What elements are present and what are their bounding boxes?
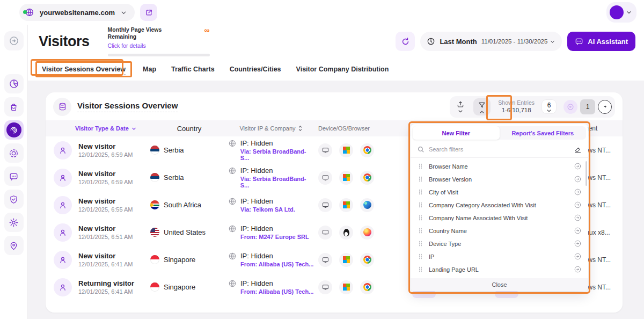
- visitor-avatar-icon: [54, 223, 72, 242]
- chevron-down-icon: [550, 39, 555, 45]
- session-recordings-icon: [9, 148, 19, 158]
- date-range-picker[interactable]: Last Month 11/01/2025 - 11/30/2025: [420, 32, 562, 51]
- quota-details-link[interactable]: Click for details: [108, 42, 146, 49]
- visitor-company-link[interactable]: From: Alibaba (US) Tech...: [240, 261, 313, 267]
- filter-search-input[interactable]: [429, 146, 569, 153]
- filter-item-browser-name[interactable]: Browser Name: [411, 160, 588, 173]
- page-title: Visitors: [39, 33, 90, 50]
- eraser-icon[interactable]: [574, 146, 582, 154]
- sliders-icon: [417, 214, 424, 221]
- sliders-icon: [417, 201, 424, 208]
- export-icon: [456, 100, 465, 109]
- visitor-ip: IP: Hidden: [240, 197, 295, 206]
- website-selector[interactable]: yourwebsitename.com: [19, 4, 135, 21]
- sliders-icon: [417, 189, 424, 195]
- arrow-right-circle-icon: [574, 201, 582, 209]
- sidebar-item-feedback[interactable]: [4, 166, 24, 186]
- sidebar-item-privacy[interactable]: [4, 190, 24, 209]
- period-range: 11/01/2025 - 11/30/2025: [481, 38, 556, 45]
- visitor-ip: IP: Hidden: [240, 224, 309, 234]
- desktop-device-icon: [318, 280, 332, 294]
- visitor-company-link[interactable]: Via: Serbia BroadBand-S...: [240, 148, 314, 161]
- visitor-company-link[interactable]: From: Alibaba (US) Tech...: [240, 288, 313, 295]
- filter-list-scrollbar[interactable]: [586, 161, 587, 186]
- visitor-ip: IP: Hidden: [240, 252, 313, 261]
- desktop-device-icon: [318, 171, 332, 185]
- tab-reports-saved-filters[interactable]: Report's Saved Filters: [500, 126, 587, 140]
- page-header: Visitors Monthly Page Views Remaining ∞ …: [28, 25, 644, 58]
- filter-panel-tabs: New Filter Report's Saved Filters: [413, 126, 586, 140]
- chevron-down-icon: [131, 126, 137, 132]
- page-size-select[interactable]: 6: [542, 100, 556, 113]
- sidebar-item-settings[interactable]: [4, 213, 24, 232]
- tab-new-filter[interactable]: New Filter: [413, 126, 500, 140]
- desktop-device-icon: [318, 253, 332, 267]
- visitor-company-link[interactable]: Via: Telkom SA Ltd.: [240, 206, 295, 213]
- user-menu[interactable]: [606, 2, 636, 23]
- export-button[interactable]: [453, 99, 468, 114]
- visitor-company-link[interactable]: Via: Serbia BroadBand-S...: [240, 176, 314, 189]
- column-visitor-ip-company[interactable]: Visitor IP & Company: [228, 125, 314, 132]
- refresh-button[interactable]: [396, 32, 415, 51]
- windows-os-icon: [339, 143, 353, 157]
- visitor-company-link[interactable]: From: M247 Europe SRL: [240, 234, 309, 240]
- filter-item-city-of-visit[interactable]: City of Visit: [411, 186, 588, 199]
- filter-item-landing-page-url[interactable]: Landing Page URL: [411, 263, 588, 276]
- globe-icon: [228, 197, 237, 206]
- tab-map[interactable]: Map: [143, 66, 156, 73]
- current-page[interactable]: 1: [580, 99, 595, 114]
- visitor-avatar-icon: [54, 141, 72, 160]
- filter-item-ip[interactable]: IP: [411, 250, 588, 263]
- filter-close-button[interactable]: Close: [411, 278, 588, 291]
- sliders-icon: [417, 176, 424, 183]
- filter-list: Browser Name Browser Version City of Vis…: [411, 158, 588, 278]
- arrow-right-circle-icon: [574, 214, 582, 222]
- open-website-button[interactable]: [140, 4, 157, 21]
- database-icon: [53, 98, 71, 116]
- desktop-device-icon: [318, 198, 332, 212]
- tab-visitor-sessions-overview[interactable]: Visitor Sessions Overview: [35, 61, 132, 77]
- filter-item-device-type[interactable]: Device Type: [411, 237, 588, 250]
- arrow-right-circle-icon: [574, 188, 582, 196]
- globe-icon: [228, 224, 237, 233]
- sidebar-item-location[interactable]: [4, 236, 24, 255]
- visitor-type: New visitor: [78, 170, 133, 179]
- sidebar-item-dashboard[interactable]: [4, 74, 24, 93]
- visitor-avatar-icon: [54, 251, 72, 269]
- country-name: South Africa: [164, 201, 201, 209]
- visitor-type: New visitor: [78, 197, 133, 206]
- visitor-type: New visitor: [78, 224, 133, 234]
- column-visitor-type-date[interactable]: Visitor Type & Date: [54, 125, 150, 132]
- filter-item-company-category[interactable]: Company Category Associated With Visit: [411, 199, 588, 212]
- filter-item-company-name[interactable]: Company Name Associated With Visit: [411, 212, 588, 224]
- filter-item-browser-version[interactable]: Browser Version: [411, 173, 588, 186]
- hidden-row-badge: [412, 290, 436, 298]
- tab-countries-cities[interactable]: Countries/Cities: [230, 66, 281, 73]
- windows-os-icon: [339, 171, 353, 185]
- visitor-location-icon: [9, 241, 19, 251]
- chrome-browser-icon: [360, 280, 374, 294]
- filter-button[interactable]: [473, 98, 491, 115]
- filter-item-country-name[interactable]: Country Name: [411, 224, 588, 237]
- card-toolbar: Visitor Sessions Overview Shown Entries …: [46, 92, 623, 120]
- tab-traffic-charts[interactable]: Traffic Charts: [171, 66, 215, 73]
- ai-assistant-button[interactable]: AI Assistant: [567, 32, 635, 51]
- linux-os-icon: [339, 226, 353, 240]
- windows-os-icon: [339, 253, 353, 267]
- feedback-chat-icon: [9, 171, 19, 182]
- sidebar-item-recordings[interactable]: [4, 143, 24, 163]
- visitor-avatar-icon: [54, 278, 72, 296]
- country-name: Singapore: [164, 256, 195, 264]
- tab-visitor-company-distribution[interactable]: Visitor Company Distribution: [296, 66, 389, 73]
- sidebar-item-expand[interactable]: [4, 31, 24, 50]
- sidebar-item-ecommerce[interactable]: [4, 97, 24, 117]
- next-page-button[interactable]: [598, 100, 612, 114]
- globe-icon: [228, 166, 237, 175]
- previous-page-button[interactable]: [564, 100, 577, 114]
- funnel-filter-icon: [478, 101, 486, 110]
- website-name: yourwebsitename.com: [40, 9, 115, 17]
- sidebar: [0, 25, 28, 319]
- sidebar-item-visitors[interactable]: [4, 120, 24, 140]
- visit-datetime: 12/01/2025, 6:55 AM: [78, 206, 133, 213]
- chevron-down-icon: [458, 110, 463, 113]
